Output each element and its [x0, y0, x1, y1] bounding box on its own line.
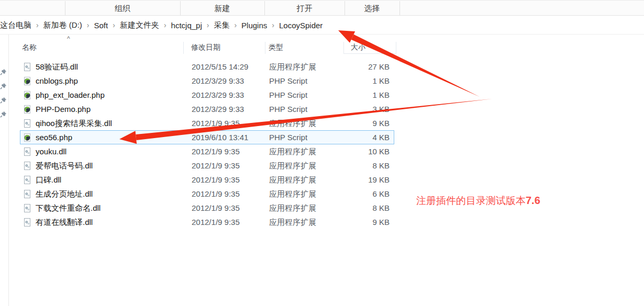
pushpin-icon[interactable]	[0, 68, 7, 75]
file-name: 口碑.dll	[36, 173, 61, 186]
file-date: 2012/1/9 9:35	[192, 201, 240, 214]
file-list: 58验证码.dll 2012/5/15 14:29 应用程序扩展 27 KB c…	[20, 60, 394, 229]
breadcrumb-item[interactable]: Plugins	[241, 21, 267, 30]
table-row[interactable]: seo56.php 2019/6/10 13:41 PHP Script 4 K…	[20, 130, 394, 144]
table-row[interactable]: qihoo搜索结果采集.dll 2012/1/9 9:35 应用程序扩展 9 K…	[20, 116, 394, 130]
breadcrumb-item[interactable]: Soft	[94, 21, 108, 30]
column-header-underline	[343, 53, 396, 54]
annotation-version: 7.6	[526, 195, 540, 206]
file-date: 2012/1/9 9:35	[192, 187, 240, 200]
table-row[interactable]: 口碑.dll 2012/1/9 9:35 应用程序扩展 19 KB	[20, 173, 394, 187]
table-row[interactable]: PHP-Demo.php 2012/3/29 9:33 PHP Script 3…	[20, 102, 394, 116]
file-name: youku.dll	[36, 145, 66, 158]
file-date: 2012/3/29 9:33	[192, 74, 244, 87]
toolbar: 组织 新建 打开 选择	[0, 0, 644, 16]
table-row[interactable]: 生成分页地址.dll 2012/1/9 9:35 应用程序扩展 6 KB	[20, 187, 394, 201]
breadcrumb-item[interactable]: 新建文件夹	[120, 20, 159, 30]
breadcrumb-separator-icon: ›	[272, 21, 274, 29]
column-separator[interactable]	[343, 42, 344, 54]
file-type: PHP Script	[269, 103, 307, 116]
file-size: 19 KB	[368, 173, 390, 186]
breadcrumb-separator-icon: ›	[164, 21, 166, 29]
pushpin-icon[interactable]	[0, 96, 7, 103]
column-separator[interactable]	[396, 42, 396, 54]
file-name: seo56.php	[36, 131, 72, 144]
column-separator[interactable]	[265, 42, 265, 54]
dll-file-icon	[23, 176, 31, 184]
file-date: 2012/1/9 9:35	[192, 117, 240, 130]
dll-file-icon	[23, 148, 31, 156]
toolbar-button-open[interactable]: 打开	[264, 1, 345, 16]
file-type: PHP Script	[269, 88, 307, 101]
breadcrumb: 这台电脑›新加卷 (D:)›Soft›新建文件夹›hctcjq_pj›采集›Pl…	[0, 16, 644, 35]
breadcrumb-separator-icon: ›	[234, 21, 237, 29]
file-size: 9 KB	[372, 117, 390, 130]
table-row[interactable]: 下载文件重命名.dll 2012/1/9 9:35 应用程序扩展 8 KB	[20, 201, 394, 215]
breadcrumb-item[interactable]: LocoySpider	[279, 21, 323, 30]
column-header-type[interactable]: 类型	[269, 41, 283, 53]
file-size: 27 KB	[368, 60, 390, 73]
column-header-size[interactable]: 大小	[351, 41, 365, 53]
file-size: 1 KB	[372, 88, 390, 101]
file-type: 应用程序扩展	[269, 159, 316, 172]
breadcrumb-item[interactable]: hctcjq_pj	[171, 21, 202, 30]
php-file-icon	[23, 91, 31, 99]
file-size: 10 KB	[368, 145, 390, 158]
breadcrumb-separator-icon: ›	[207, 21, 209, 29]
file-type: 应用程序扩展	[269, 145, 316, 158]
column-header-name[interactable]: 名称	[22, 41, 37, 53]
file-name: 58验证码.dll	[36, 60, 78, 73]
file-size: 8 KB	[372, 201, 390, 214]
breadcrumb-item[interactable]: 这台电脑	[0, 20, 31, 30]
pushpin-icon[interactable]	[0, 110, 7, 117]
file-name: 有道在线翻译.dll	[36, 216, 93, 229]
file-name: qihoo搜索结果采集.dll	[36, 117, 112, 130]
file-size: 3 KB	[372, 103, 390, 116]
file-date: 2012/1/9 9:35	[192, 216, 240, 229]
file-date: 2012/1/9 9:35	[192, 173, 240, 186]
dll-file-icon	[23, 63, 31, 71]
table-row[interactable]: 58验证码.dll 2012/5/15 14:29 应用程序扩展 27 KB	[20, 60, 394, 74]
file-name: cnblogs.php	[36, 74, 78, 87]
pushpin-icon[interactable]	[0, 82, 7, 89]
toolbar-button-new[interactable]: 新建	[180, 1, 264, 16]
table-row[interactable]: youku.dll 2012/1/9 9:35 应用程序扩展 10 KB	[20, 144, 394, 158]
file-date: 2019/6/10 13:41	[192, 131, 248, 144]
file-name: 下载文件重命名.dll	[36, 201, 101, 214]
breadcrumb-item[interactable]: 新加卷 (D:)	[43, 20, 82, 30]
table-row[interactable]: 有道在线翻译.dll 2012/1/9 9:35 应用程序扩展 9 KB	[20, 215, 394, 229]
table-row[interactable]: 爱帮电话号码.dll 2012/1/9 9:35 应用程序扩展 8 KB	[20, 158, 394, 173]
dll-file-icon	[23, 218, 31, 226]
file-type: 应用程序扩展	[269, 60, 316, 73]
file-size: 6 KB	[372, 187, 390, 200]
dll-file-icon	[23, 119, 31, 128]
file-size: 1 KB	[372, 74, 390, 87]
file-type: 应用程序扩展	[269, 187, 316, 200]
breadcrumb-separator-icon: ›	[113, 21, 115, 29]
dll-file-icon	[23, 190, 31, 198]
file-type: PHP Script	[269, 74, 307, 87]
file-date: 2012/5/15 14:29	[192, 60, 248, 73]
table-row[interactable]: cnblogs.php 2012/3/29 9:33 PHP Script 1 …	[20, 74, 394, 88]
file-explorer-window: 组织 新建 打开 选择 这台电脑›新加卷 (D:)›Soft›新建文件夹›hct…	[0, 0, 644, 306]
file-type: 应用程序扩展	[269, 117, 316, 130]
breadcrumb-separator-icon: ›	[87, 21, 90, 29]
table-row[interactable]: php_ext_loader.php 2012/3/29 9:33 PHP Sc…	[20, 88, 394, 102]
file-type: 应用程序扩展	[269, 201, 316, 214]
file-type: 应用程序扩展	[269, 216, 316, 229]
file-size: 9 KB	[372, 216, 390, 229]
toolbar-button-organize[interactable]: 组织	[65, 1, 180, 16]
file-name: 生成分页地址.dll	[36, 187, 93, 200]
file-date: 2012/1/9 9:35	[192, 159, 240, 172]
file-name: PHP-Demo.php	[36, 103, 91, 116]
php-file-icon	[23, 105, 31, 114]
file-date: 2012/3/29 9:33	[192, 103, 244, 116]
column-separator[interactable]	[183, 42, 184, 54]
toolbar-button-select[interactable]: 选择	[345, 1, 399, 16]
dll-file-icon	[23, 204, 31, 212]
file-size: 4 KB	[372, 131, 390, 144]
breadcrumb-item[interactable]: 采集	[214, 20, 229, 30]
file-name: 爱帮电话号码.dll	[36, 159, 93, 172]
column-header-date[interactable]: 修改日期	[191, 41, 220, 53]
breadcrumb-separator-icon: ›	[36, 21, 39, 29]
